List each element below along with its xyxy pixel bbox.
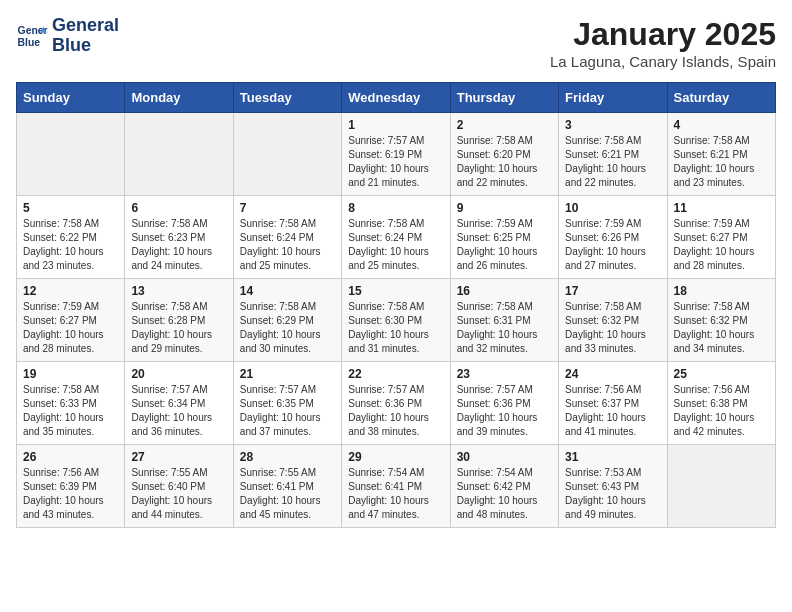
- day-info: Sunrise: 7:58 AM Sunset: 6:33 PM Dayligh…: [23, 383, 118, 439]
- logo: General Blue General Blue: [16, 16, 119, 56]
- calendar-cell: 16Sunrise: 7:58 AM Sunset: 6:31 PM Dayli…: [450, 279, 558, 362]
- calendar-cell: 31Sunrise: 7:53 AM Sunset: 6:43 PM Dayli…: [559, 445, 667, 528]
- calendar-cell: 24Sunrise: 7:56 AM Sunset: 6:37 PM Dayli…: [559, 362, 667, 445]
- calendar-table: SundayMondayTuesdayWednesdayThursdayFrid…: [16, 82, 776, 528]
- day-number: 17: [565, 284, 660, 298]
- day-number: 22: [348, 367, 443, 381]
- day-info: Sunrise: 7:54 AM Sunset: 6:42 PM Dayligh…: [457, 466, 552, 522]
- day-info: Sunrise: 7:53 AM Sunset: 6:43 PM Dayligh…: [565, 466, 660, 522]
- day-info: Sunrise: 7:59 AM Sunset: 6:27 PM Dayligh…: [674, 217, 769, 273]
- day-number: 20: [131, 367, 226, 381]
- day-info: Sunrise: 7:59 AM Sunset: 6:27 PM Dayligh…: [23, 300, 118, 356]
- day-number: 18: [674, 284, 769, 298]
- calendar-week-3: 12Sunrise: 7:59 AM Sunset: 6:27 PM Dayli…: [17, 279, 776, 362]
- calendar-cell: 2Sunrise: 7:58 AM Sunset: 6:20 PM Daylig…: [450, 113, 558, 196]
- calendar-cell: 20Sunrise: 7:57 AM Sunset: 6:34 PM Dayli…: [125, 362, 233, 445]
- day-number: 8: [348, 201, 443, 215]
- calendar-cell: 5Sunrise: 7:58 AM Sunset: 6:22 PM Daylig…: [17, 196, 125, 279]
- day-info: Sunrise: 7:57 AM Sunset: 6:34 PM Dayligh…: [131, 383, 226, 439]
- day-number: 29: [348, 450, 443, 464]
- calendar-cell: 23Sunrise: 7:57 AM Sunset: 6:36 PM Dayli…: [450, 362, 558, 445]
- day-number: 30: [457, 450, 552, 464]
- day-info: Sunrise: 7:58 AM Sunset: 6:31 PM Dayligh…: [457, 300, 552, 356]
- day-number: 31: [565, 450, 660, 464]
- day-info: Sunrise: 7:55 AM Sunset: 6:40 PM Dayligh…: [131, 466, 226, 522]
- day-number: 7: [240, 201, 335, 215]
- day-info: Sunrise: 7:58 AM Sunset: 6:32 PM Dayligh…: [565, 300, 660, 356]
- day-info: Sunrise: 7:58 AM Sunset: 6:20 PM Dayligh…: [457, 134, 552, 190]
- title-block: January 2025 La Laguna, Canary Islands, …: [550, 16, 776, 70]
- calendar-week-1: 1Sunrise: 7:57 AM Sunset: 6:19 PM Daylig…: [17, 113, 776, 196]
- day-info: Sunrise: 7:56 AM Sunset: 6:39 PM Dayligh…: [23, 466, 118, 522]
- day-number: 21: [240, 367, 335, 381]
- calendar-cell: 25Sunrise: 7:56 AM Sunset: 6:38 PM Dayli…: [667, 362, 775, 445]
- weekday-header-wednesday: Wednesday: [342, 83, 450, 113]
- calendar-cell: 22Sunrise: 7:57 AM Sunset: 6:36 PM Dayli…: [342, 362, 450, 445]
- day-number: 24: [565, 367, 660, 381]
- day-info: Sunrise: 7:58 AM Sunset: 6:22 PM Dayligh…: [23, 217, 118, 273]
- day-info: Sunrise: 7:56 AM Sunset: 6:37 PM Dayligh…: [565, 383, 660, 439]
- day-info: Sunrise: 7:58 AM Sunset: 6:24 PM Dayligh…: [240, 217, 335, 273]
- page-header: General Blue General Blue January 2025 L…: [16, 16, 776, 70]
- day-number: 2: [457, 118, 552, 132]
- calendar-cell: 13Sunrise: 7:58 AM Sunset: 6:28 PM Dayli…: [125, 279, 233, 362]
- day-number: 12: [23, 284, 118, 298]
- day-number: 28: [240, 450, 335, 464]
- calendar-cell: [125, 113, 233, 196]
- day-number: 13: [131, 284, 226, 298]
- day-info: Sunrise: 7:54 AM Sunset: 6:41 PM Dayligh…: [348, 466, 443, 522]
- calendar-cell: [233, 113, 341, 196]
- day-number: 15: [348, 284, 443, 298]
- day-info: Sunrise: 7:58 AM Sunset: 6:21 PM Dayligh…: [565, 134, 660, 190]
- calendar-cell: 27Sunrise: 7:55 AM Sunset: 6:40 PM Dayli…: [125, 445, 233, 528]
- calendar-cell: 7Sunrise: 7:58 AM Sunset: 6:24 PM Daylig…: [233, 196, 341, 279]
- day-number: 23: [457, 367, 552, 381]
- calendar-cell: 10Sunrise: 7:59 AM Sunset: 6:26 PM Dayli…: [559, 196, 667, 279]
- svg-text:Blue: Blue: [18, 36, 41, 47]
- day-info: Sunrise: 7:58 AM Sunset: 6:23 PM Dayligh…: [131, 217, 226, 273]
- day-number: 16: [457, 284, 552, 298]
- day-number: 11: [674, 201, 769, 215]
- day-number: 25: [674, 367, 769, 381]
- weekday-header-sunday: Sunday: [17, 83, 125, 113]
- day-info: Sunrise: 7:57 AM Sunset: 6:36 PM Dayligh…: [348, 383, 443, 439]
- calendar-week-4: 19Sunrise: 7:58 AM Sunset: 6:33 PM Dayli…: [17, 362, 776, 445]
- weekday-header-friday: Friday: [559, 83, 667, 113]
- day-info: Sunrise: 7:58 AM Sunset: 6:24 PM Dayligh…: [348, 217, 443, 273]
- calendar-cell: 1Sunrise: 7:57 AM Sunset: 6:19 PM Daylig…: [342, 113, 450, 196]
- calendar-cell: 29Sunrise: 7:54 AM Sunset: 6:41 PM Dayli…: [342, 445, 450, 528]
- day-number: 14: [240, 284, 335, 298]
- day-info: Sunrise: 7:55 AM Sunset: 6:41 PM Dayligh…: [240, 466, 335, 522]
- day-info: Sunrise: 7:58 AM Sunset: 6:28 PM Dayligh…: [131, 300, 226, 356]
- day-info: Sunrise: 7:59 AM Sunset: 6:26 PM Dayligh…: [565, 217, 660, 273]
- calendar-cell: 9Sunrise: 7:59 AM Sunset: 6:25 PM Daylig…: [450, 196, 558, 279]
- calendar-cell: 8Sunrise: 7:58 AM Sunset: 6:24 PM Daylig…: [342, 196, 450, 279]
- calendar-cell: 28Sunrise: 7:55 AM Sunset: 6:41 PM Dayli…: [233, 445, 341, 528]
- day-info: Sunrise: 7:58 AM Sunset: 6:21 PM Dayligh…: [674, 134, 769, 190]
- day-number: 4: [674, 118, 769, 132]
- day-info: Sunrise: 7:57 AM Sunset: 6:36 PM Dayligh…: [457, 383, 552, 439]
- day-info: Sunrise: 7:58 AM Sunset: 6:32 PM Dayligh…: [674, 300, 769, 356]
- logo-icon: General Blue: [16, 20, 48, 52]
- weekday-header-monday: Monday: [125, 83, 233, 113]
- weekday-header-row: SundayMondayTuesdayWednesdayThursdayFrid…: [17, 83, 776, 113]
- day-info: Sunrise: 7:57 AM Sunset: 6:35 PM Dayligh…: [240, 383, 335, 439]
- calendar-week-5: 26Sunrise: 7:56 AM Sunset: 6:39 PM Dayli…: [17, 445, 776, 528]
- day-info: Sunrise: 7:57 AM Sunset: 6:19 PM Dayligh…: [348, 134, 443, 190]
- day-info: Sunrise: 7:58 AM Sunset: 6:29 PM Dayligh…: [240, 300, 335, 356]
- calendar-cell: 17Sunrise: 7:58 AM Sunset: 6:32 PM Dayli…: [559, 279, 667, 362]
- calendar-cell: 3Sunrise: 7:58 AM Sunset: 6:21 PM Daylig…: [559, 113, 667, 196]
- calendar-cell: [17, 113, 125, 196]
- calendar-cell: 14Sunrise: 7:58 AM Sunset: 6:29 PM Dayli…: [233, 279, 341, 362]
- calendar-cell: 4Sunrise: 7:58 AM Sunset: 6:21 PM Daylig…: [667, 113, 775, 196]
- logo-text: General Blue: [52, 16, 119, 56]
- calendar-cell: [667, 445, 775, 528]
- weekday-header-tuesday: Tuesday: [233, 83, 341, 113]
- calendar-cell: 6Sunrise: 7:58 AM Sunset: 6:23 PM Daylig…: [125, 196, 233, 279]
- weekday-header-saturday: Saturday: [667, 83, 775, 113]
- day-number: 5: [23, 201, 118, 215]
- day-info: Sunrise: 7:59 AM Sunset: 6:25 PM Dayligh…: [457, 217, 552, 273]
- calendar-cell: 26Sunrise: 7:56 AM Sunset: 6:39 PM Dayli…: [17, 445, 125, 528]
- day-number: 19: [23, 367, 118, 381]
- calendar-cell: 12Sunrise: 7:59 AM Sunset: 6:27 PM Dayli…: [17, 279, 125, 362]
